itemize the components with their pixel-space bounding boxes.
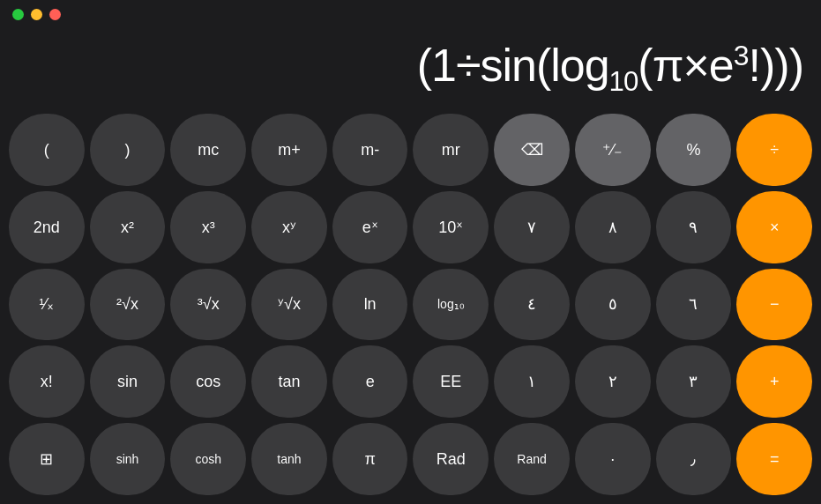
title-bar [0, 0, 821, 29]
pi-button[interactable]: π [332, 423, 408, 495]
ten-to-x-button[interactable]: 10ˣ [413, 191, 489, 263]
minus-button[interactable]: − [736, 269, 812, 341]
x-to-y-button[interactable]: xʸ [251, 191, 327, 263]
4-button[interactable]: ٤ [494, 269, 570, 341]
convert-button[interactable]: ⊞ [9, 423, 85, 495]
sin-button[interactable]: sin [90, 345, 166, 418]
rand-button[interactable]: Rand [494, 423, 570, 495]
6-button[interactable]: ٦ [656, 269, 732, 341]
three-sqrt-x-button[interactable]: ³√x [170, 269, 246, 341]
5-button[interactable]: ٥ [575, 269, 651, 341]
3-button[interactable]: ٣ [656, 345, 732, 418]
multiply-button[interactable]: × [736, 191, 812, 263]
sinh-button[interactable]: sinh [90, 423, 166, 495]
percent-button[interactable]: % [656, 114, 732, 186]
tanh-button[interactable]: tanh [251, 423, 327, 495]
one-over-x-button[interactable]: ¹∕ₓ [9, 269, 85, 341]
divide-button[interactable]: ÷ [736, 114, 812, 186]
e-to-x-button[interactable]: eˣ [332, 191, 408, 263]
mr-button[interactable]: mr [413, 114, 489, 186]
y-sqrt-x-button[interactable]: ʸ√x [251, 269, 327, 341]
display: (1÷sin(log10(π×e3!))) [0, 29, 821, 108]
log10-button[interactable]: log₁₀ [413, 269, 489, 341]
rad-button[interactable]: Rad [413, 423, 489, 495]
8-button[interactable]: ٨ [575, 191, 651, 263]
ee-button[interactable]: EE [413, 345, 489, 418]
cos-button[interactable]: cos [170, 345, 246, 418]
2nd-button[interactable]: 2nd [9, 191, 85, 263]
2-button[interactable]: ٢ [575, 345, 651, 418]
minimize-button[interactable] [31, 9, 42, 20]
equals-button[interactable]: = [736, 423, 812, 495]
keypad: ()mcm+m-mr⌫⁺∕₋%÷2ndx²x³xʸeˣ10ˣ٧٨٩×¹∕ₓ²√x… [0, 108, 821, 504]
mc-button[interactable]: mc [170, 114, 246, 186]
9-button[interactable]: ٩ [656, 191, 732, 263]
factorial-button[interactable]: x! [9, 345, 85, 418]
x-squared-button[interactable]: x² [90, 191, 166, 263]
backspace-button[interactable]: ⌫ [494, 114, 570, 186]
plus-minus-button[interactable]: ⁺∕₋ [575, 114, 651, 186]
tan-button[interactable]: tan [251, 345, 327, 418]
e-button[interactable]: e [332, 345, 408, 418]
1-button[interactable]: ١ [494, 345, 570, 418]
m-plus-button[interactable]: m+ [251, 114, 327, 186]
two-sqrt-x-button[interactable]: ²√x [90, 269, 166, 341]
close-button[interactable] [49, 9, 61, 20]
plus-button[interactable]: + [736, 345, 812, 418]
m-minus-button[interactable]: m- [332, 114, 408, 186]
cosh-button[interactable]: cosh [170, 423, 246, 495]
ln-button[interactable]: ln [332, 269, 408, 341]
comma-button[interactable]: ٫ [656, 423, 732, 495]
close-paren-button[interactable]: ) [90, 114, 166, 186]
7-button[interactable]: ٧ [494, 191, 570, 263]
x-cubed-button[interactable]: x³ [170, 191, 246, 263]
open-paren-button[interactable]: ( [9, 114, 85, 186]
dot-button[interactable]: · [575, 423, 651, 495]
maximize-button[interactable] [12, 9, 24, 20]
display-expression: (1÷sin(log10(π×e3!))) [417, 39, 803, 98]
